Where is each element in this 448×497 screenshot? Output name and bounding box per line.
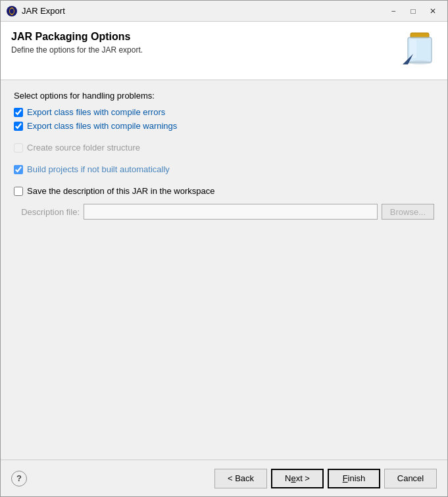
export-compile-warnings-checkbox[interactable]	[14, 122, 23, 131]
browse-button[interactable]: Browse...	[382, 204, 434, 220]
checkbox-row-compile-errors: Export class files with compile errors	[14, 107, 434, 117]
description-file-label: Description file:	[14, 207, 80, 217]
problems-label: Select options for handling problems:	[14, 91, 434, 101]
export-compile-errors-checkbox[interactable]	[14, 108, 23, 117]
svg-point-5	[408, 60, 432, 64]
export-compile-warnings-label[interactable]: Export class files with compile warnings	[27, 121, 177, 131]
finish-button[interactable]: Finish	[328, 469, 380, 488]
window-controls: − □ ✕	[384, 5, 442, 18]
header-text: JAR Packaging Options Define the options…	[11, 31, 391, 55]
window-title: JAR Export	[22, 6, 384, 16]
description-file-input[interactable]	[84, 204, 378, 220]
footer-buttons: < Back Next > Finish Cancel	[214, 469, 437, 488]
build-projects-checkbox[interactable]	[14, 165, 23, 174]
checkbox-row-save-description: Save the description of this JAR in the …	[14, 186, 434, 196]
export-compile-errors-label[interactable]: Export class files with compile errors	[27, 107, 165, 117]
separator-1	[14, 135, 434, 143]
footer: ? < Back Next > Finish Cancel	[1, 460, 447, 496]
label-text-3: Create source folder structure	[27, 143, 140, 153]
header-icon-container	[391, 31, 437, 70]
label-text-5: Save the description of this JAR in the …	[27, 186, 214, 196]
page-subtitle: Define the options for the JAR export.	[11, 45, 391, 55]
checkbox-row-build-projects: Build projects if not built automaticall…	[14, 164, 434, 174]
jar-icon	[403, 30, 437, 70]
checkbox-row-source-folder: Create source folder structure	[14, 143, 434, 153]
svg-point-1	[10, 9, 14, 14]
minimize-button[interactable]: −	[384, 5, 403, 18]
help-button[interactable]: ?	[11, 471, 27, 486]
page-title: JAR Packaging Options	[11, 31, 391, 43]
separator-3	[14, 178, 434, 186]
footer-left: ?	[11, 471, 214, 486]
create-source-folder-checkbox[interactable]	[14, 143, 23, 153]
separator-2	[14, 156, 434, 164]
build-projects-label[interactable]: Build projects if not built automaticall…	[27, 164, 170, 174]
save-description-checkbox[interactable]	[14, 187, 23, 196]
window: JAR Export − □ ✕ JAR Packaging Options D…	[0, 0, 448, 497]
save-description-label[interactable]: Save the description of this JAR in the …	[27, 186, 214, 196]
cancel-button[interactable]: Cancel	[384, 469, 437, 488]
title-bar: JAR Export − □ ✕	[1, 1, 447, 22]
svg-rect-4	[410, 39, 416, 58]
label-text-4: Build projects if not built automaticall…	[27, 164, 170, 174]
header-section: JAR Packaging Options Define the options…	[1, 22, 447, 80]
app-icon	[6, 5, 18, 17]
create-source-folder-label[interactable]: Create source folder structure	[27, 143, 140, 153]
maximize-button[interactable]: □	[404, 5, 422, 18]
checkbox-row-compile-warnings: Export class files with compile warnings	[14, 121, 434, 131]
content-area: Select options for handling problems: Ex…	[1, 80, 447, 460]
next-button[interactable]: Next >	[271, 469, 324, 488]
label-text-1: Export class files with compile errors	[27, 107, 165, 117]
label-text-2: Export class files with compile warnings	[27, 121, 177, 131]
description-row: Description file: Browse...	[14, 204, 434, 220]
next-label: Next >	[285, 473, 310, 483]
finish-label: Finish	[343, 473, 366, 483]
close-button[interactable]: ✕	[424, 5, 442, 18]
back-button[interactable]: < Back	[214, 469, 267, 488]
